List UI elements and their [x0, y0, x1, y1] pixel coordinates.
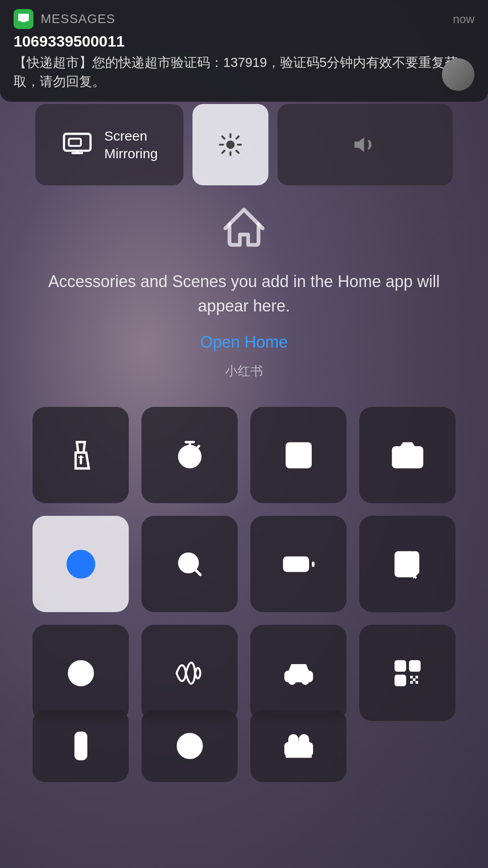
svg-point-30: [289, 678, 295, 684]
svg-rect-33: [398, 664, 402, 668]
battery-icon: [283, 548, 314, 580]
camera-icon: [392, 439, 423, 471]
watermark: 小红书: [225, 363, 263, 380]
svg-line-6: [236, 151, 239, 153]
home-section: Accessories and Scenes you add in the Ho…: [0, 203, 488, 380]
notification-header: MESSAGES now: [14, 9, 474, 29]
open-home-link[interactable]: Open Home: [200, 333, 288, 352]
accessibility-icon: [65, 548, 97, 580]
remote-icon: [65, 730, 97, 762]
brightness-icon: [218, 132, 243, 157]
controls-grid: [0, 407, 488, 721]
svg-rect-17: [300, 454, 306, 457]
svg-line-9: [222, 151, 225, 153]
svg-point-44: [79, 739, 83, 743]
calculator-button[interactable]: [250, 407, 347, 503]
flashlight-button[interactable]: [33, 407, 129, 503]
notification-body: 【快递超市】您的快递超市验证码：137919，验证码5分钟内有效不要重复获取，请…: [14, 53, 474, 91]
home-description: Accessories and Scenes you add in the Ho…: [36, 269, 452, 318]
screen-record-button[interactable]: [33, 625, 129, 721]
controls-bottom-row: [0, 710, 488, 782]
sound-recognition-icon: [174, 657, 206, 689]
svg-rect-35: [413, 664, 417, 668]
notification-avatar: [442, 58, 474, 91]
svg-rect-1: [69, 139, 81, 146]
svg-rect-14: [291, 447, 297, 451]
camera-button[interactable]: [359, 407, 455, 503]
screen-mirroring-tile[interactable]: Screen Mirroring: [35, 104, 183, 185]
notes-button[interactable]: [359, 516, 455, 612]
svg-rect-45: [79, 745, 83, 746]
svg-point-2: [226, 141, 235, 149]
sound-recognition-button[interactable]: [141, 625, 238, 721]
svg-rect-25: [286, 560, 298, 568]
svg-rect-13: [286, 443, 310, 467]
home-icon: [219, 203, 269, 255]
sleep-icon: [283, 730, 314, 762]
screen-mirroring-icon: [61, 128, 94, 161]
messages-app-icon: [14, 9, 33, 29]
svg-rect-39: [415, 675, 418, 678]
notification-app: MESSAGES: [14, 9, 115, 29]
sleep-button[interactable]: [250, 710, 347, 782]
accessibility-button[interactable]: [33, 516, 129, 612]
svg-rect-51: [285, 755, 311, 758]
svg-rect-46: [79, 748, 83, 749]
timer-button[interactable]: [141, 407, 238, 503]
svg-rect-16: [291, 454, 297, 457]
flashlight-icon: [65, 439, 97, 471]
brightness-tile[interactable]: [192, 104, 268, 185]
timer-icon: [174, 439, 206, 471]
svg-rect-41: [415, 681, 418, 684]
screen-mirroring-label: Screen Mirroring: [104, 127, 158, 162]
nfc-icon: [174, 730, 206, 762]
notes-icon: [392, 548, 423, 580]
svg-line-5: [222, 137, 225, 139]
svg-point-22: [79, 556, 83, 560]
control-strip: Screen Mirroring: [0, 104, 488, 185]
notification-time: now: [453, 12, 474, 26]
notification-banner[interactable]: MESSAGES now 1069339500011 【快递超市】您的快递超市验…: [0, 0, 488, 102]
svg-rect-19: [300, 459, 306, 462]
notification-phone-number: 1069339500011: [14, 33, 474, 50]
calculator-icon: [283, 439, 314, 471]
volume-icon: [352, 132, 378, 157]
svg-line-10: [236, 137, 239, 139]
car-button[interactable]: [250, 625, 347, 721]
svg-rect-11: [78, 456, 84, 458]
qr-code-icon: [392, 657, 423, 689]
car-icon: [283, 657, 314, 689]
svg-rect-38: [410, 675, 413, 678]
volume-tile[interactable]: [277, 104, 453, 185]
svg-point-28: [74, 666, 87, 679]
nfc-button[interactable]: [141, 710, 238, 782]
svg-point-20: [402, 451, 413, 462]
battery-button[interactable]: [250, 516, 347, 612]
screen-record-icon: [65, 657, 97, 689]
svg-point-49: [188, 744, 192, 748]
svg-rect-40: [410, 681, 413, 684]
svg-rect-37: [398, 678, 402, 682]
svg-rect-18: [291, 459, 297, 462]
svg-rect-15: [300, 447, 306, 451]
zoom-button[interactable]: [141, 516, 238, 612]
notification-app-name: MESSAGES: [41, 12, 115, 26]
qr-code-button[interactable]: [359, 625, 455, 721]
remote-button[interactable]: [33, 710, 129, 782]
svg-rect-47: [79, 751, 83, 753]
svg-rect-42: [413, 678, 415, 681]
zoom-icon: [174, 548, 206, 580]
svg-point-31: [302, 678, 308, 684]
